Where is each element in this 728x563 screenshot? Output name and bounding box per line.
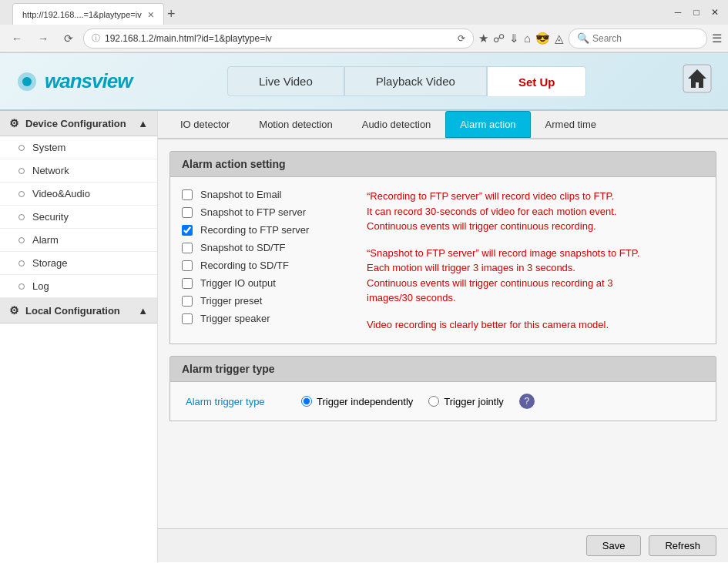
search-bar[interactable]: 🔍 — [569, 28, 707, 49]
sidebar-item-system[interactable]: System — [0, 136, 157, 159]
tab-close-icon[interactable]: × — [148, 8, 154, 21]
snapshot-ftp-checkbox[interactable] — [182, 207, 193, 218]
sidebar-item-log[interactable]: Log — [0, 275, 157, 298]
radio-trigger-independently: Trigger independently — [301, 396, 413, 407]
refresh-nav-button[interactable]: ⟳ — [59, 29, 79, 48]
sidebar-item-alarm[interactable]: Alarm — [0, 229, 157, 252]
trigger-io-label: Trigger IO output — [200, 277, 276, 289]
new-tab-button[interactable]: + — [167, 6, 176, 22]
close-button[interactable]: ✕ — [708, 5, 722, 19]
recording-sd-label: Recording to SD/TF — [200, 260, 289, 271]
trigger-speaker-label: Trigger speaker — [200, 313, 270, 324]
tab-alarm-action[interactable]: Alarm action — [445, 111, 530, 138]
tab-motion-detection[interactable]: Motion detection — [244, 111, 347, 138]
collapse-arrow-icon: ▲ — [138, 118, 148, 129]
tab-bar: http://192.168....=1&playtype=iv × + — [6, 0, 181, 25]
local-config-label: Local Configuration — [25, 305, 120, 317]
trigger-io-checkbox[interactable] — [182, 278, 193, 289]
minimize-button[interactable]: ─ — [671, 5, 685, 19]
download-icon[interactable]: ⇓ — [509, 32, 519, 45]
tab-armed-time[interactable]: Armed time — [531, 111, 611, 138]
svg-point-1 — [22, 77, 32, 86]
menu-icon[interactable]: ☰ — [712, 32, 722, 45]
pocket-icon[interactable]: ◬ — [555, 32, 564, 45]
sidebar-item-storage[interactable]: Storage — [0, 252, 157, 275]
address-text: 192.168.1.2/main.html?id=1&playtype=iv — [105, 33, 453, 44]
trigger-preset-checkbox[interactable] — [182, 296, 193, 307]
info-video-better: Video recording is clearly better for th… — [367, 317, 704, 333]
forward-button[interactable]: → — [32, 29, 54, 48]
logo-icon — [15, 70, 39, 93]
info-column: “Recording to FTP server” will record vi… — [351, 189, 704, 332]
device-config-section: ⚙ Device Configuration ▲ System Network … — [0, 111, 157, 298]
recording-sd-checkbox[interactable] — [182, 260, 193, 271]
app-header: wansview Live Video Playback Video Set U… — [0, 53, 728, 111]
recording-ftp-label: Recording to FTP server — [200, 224, 309, 236]
info-ftp-recording: “Recording to FTP server” will record vi… — [367, 189, 704, 234]
nav-bar: ← → ⟳ ⓘ 192.168.1.2/main.html?id=1&playt… — [0, 25, 728, 52]
dot-icon — [18, 237, 25, 243]
sidebar-item-security-label: Security — [32, 211, 69, 223]
sidebar-item-security[interactable]: Security — [0, 206, 157, 229]
home-nav-icon[interactable]: ⌂ — [524, 32, 531, 45]
device-config-header[interactable]: ⚙ Device Configuration ▲ — [0, 111, 157, 136]
content-tab-nav: IO detector Motion detection Audio detec… — [158, 111, 728, 139]
tab-playback-video[interactable]: Playback Video — [344, 66, 487, 96]
alarm-action-body: Snapshot to Email Snapshot to FTP server… — [169, 177, 716, 344]
sidebar-item-video-audio[interactable]: Video&Audio — [0, 183, 157, 206]
home-icon[interactable] — [682, 63, 713, 99]
checkboxes-column: Snapshot to Email Snapshot to FTP server… — [182, 189, 336, 332]
maximize-button[interactable]: □ — [689, 5, 703, 19]
trigger-speaker-checkbox[interactable] — [182, 313, 193, 324]
gear-icon: ⚙ — [9, 304, 19, 317]
main-nav-tabs: Live Video Playback Video Set Up — [227, 66, 586, 96]
sidebar-item-storage-label: Storage — [32, 257, 68, 269]
dot-icon — [18, 283, 25, 290]
bottom-bar: Save Refresh — [158, 528, 728, 562]
radio-group: Trigger independently Trigger jointly — [301, 396, 504, 407]
local-config-section: ⚙ Local Configuration ▲ — [0, 298, 157, 323]
refresh-button[interactable]: Refresh — [649, 535, 716, 556]
logo: wansview — [15, 69, 132, 93]
back-button[interactable]: ← — [6, 29, 28, 48]
alarm-trigger-title: Alarm trigger type — [169, 356, 716, 382]
tab-setup[interactable]: Set Up — [487, 66, 587, 96]
snapshot-email-checkbox[interactable] — [182, 189, 193, 200]
save-button[interactable]: Save — [586, 535, 642, 556]
trigger-independently-label: Trigger independently — [317, 396, 413, 407]
checkbox-snapshot-sd: Snapshot to SD/TF — [182, 242, 336, 253]
local-config-header[interactable]: ⚙ Local Configuration ▲ — [0, 298, 157, 323]
snapshot-sd-checkbox[interactable] — [182, 243, 193, 253]
alarm-action-content-row: Snapshot to Email Snapshot to FTP server… — [182, 189, 704, 332]
help-button[interactable]: ? — [519, 394, 535, 409]
alarm-action-title: Alarm action setting — [169, 151, 716, 177]
search-input[interactable] — [592, 33, 699, 44]
address-bar[interactable]: ⓘ 192.168.1.2/main.html?id=1&playtype=iv… — [83, 28, 474, 49]
trigger-jointly-radio[interactable] — [428, 396, 439, 407]
device-config-label: Device Configuration — [25, 118, 126, 129]
tab-live-video[interactable]: Live Video — [227, 66, 344, 96]
tab-audio-detection[interactable]: Audio detection — [347, 111, 446, 138]
sidebar-item-network[interactable]: Network — [0, 159, 157, 183]
recording-ftp-checkbox[interactable] — [182, 225, 193, 236]
reload-icon[interactable]: ⟳ — [458, 33, 465, 44]
alarm-trigger-body: Alarm trigger type Trigger independently… — [169, 382, 716, 421]
content-area: IO detector Motion detection Audio detec… — [158, 111, 728, 562]
tab-io-detector[interactable]: IO detector — [166, 111, 244, 138]
reading-list-icon[interactable]: ☍ — [493, 32, 505, 45]
avatar-icon[interactable]: 😎 — [535, 32, 550, 45]
checkbox-trigger-speaker: Trigger speaker — [182, 313, 336, 324]
bookmark-star-icon[interactable]: ★ — [478, 32, 488, 45]
browser-tab[interactable]: http://192.168....=1&playtype=iv × — [12, 3, 164, 25]
checkbox-recording-ftp: Recording to FTP server — [182, 224, 336, 236]
sidebar-item-system-label: System — [32, 142, 65, 153]
checkbox-recording-sd: Recording to SD/TF — [182, 260, 336, 271]
gear-icon: ⚙ — [9, 117, 19, 129]
sidebar: ⚙ Device Configuration ▲ System Network … — [0, 111, 158, 562]
dot-icon — [18, 214, 25, 220]
trigger-independently-radio[interactable] — [301, 396, 312, 407]
sidebar-item-network-label: Network — [32, 165, 69, 176]
alarm-action-panel: Alarm action setting Snapshot to Email S… — [169, 151, 716, 344]
dot-icon — [18, 191, 25, 197]
dot-icon — [18, 168, 25, 174]
